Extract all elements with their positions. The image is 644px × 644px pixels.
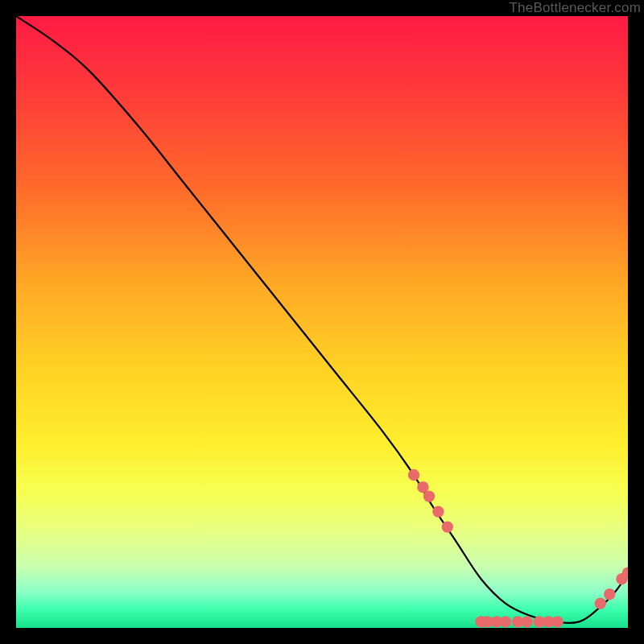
data-marker — [595, 597, 606, 609]
data-marker — [423, 490, 435, 502]
data-marker — [521, 616, 532, 627]
data-marker — [604, 588, 615, 600]
data-marker — [551, 616, 563, 627]
credit-wrap: TheBottlenecker.com — [510, 0, 642, 16]
data-marker — [442, 521, 453, 532]
data-marker — [432, 506, 444, 517]
credit-label: TheBottlenecker.com — [510, 0, 642, 16]
data-marker — [408, 469, 419, 481]
curve-markers — [408, 469, 628, 628]
plot-area — [16, 16, 628, 628]
data-marker — [500, 616, 511, 627]
chart-stage: TheBottlenecker.com — [0, 0, 644, 644]
chart-overlay — [16, 16, 628, 628]
curve-line — [16, 16, 628, 623]
